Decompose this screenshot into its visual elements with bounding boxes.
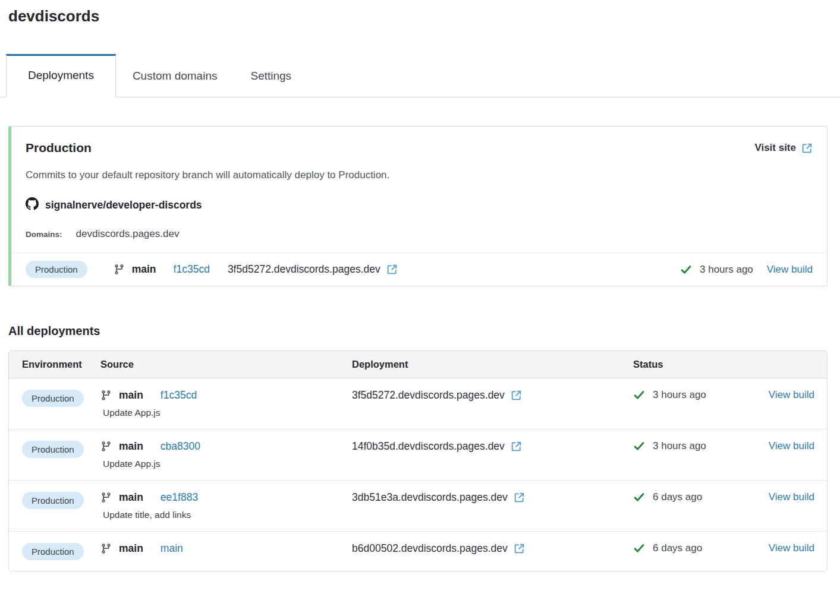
view-build-link[interactable]: View build <box>769 389 814 400</box>
pages-project-page: devdiscords Deployments Custom domains S… <box>0 0 840 571</box>
environment-badge: Production <box>22 390 84 407</box>
commit-message: Update App.js <box>103 407 352 418</box>
branch-name: main <box>119 542 143 555</box>
deployment-row: Production main ee1f883 Update title, ad… <box>9 480 827 531</box>
environment-badge: Production <box>22 441 84 458</box>
page-title: devdiscords <box>8 7 840 26</box>
view-build-link[interactable]: View build <box>769 491 814 503</box>
deployment-url: 14f0b35d.devdiscords.pages.dev <box>352 440 505 453</box>
deployment-url: 3db51e3a.devdiscords.pages.dev <box>352 491 508 504</box>
commit-link[interactable]: f1c35cd <box>174 263 210 276</box>
production-card-title: Production <box>26 141 92 155</box>
success-check-icon <box>633 542 645 554</box>
all-deployments-title: All deployments <box>8 324 840 338</box>
column-header-source: Source <box>100 359 352 370</box>
external-link-icon[interactable] <box>511 441 522 452</box>
external-link-icon[interactable] <box>514 492 525 503</box>
git-branch-icon <box>100 543 112 554</box>
commit-link[interactable]: f1c35cd <box>161 389 197 402</box>
deployment-time: 6 days ago <box>653 491 702 503</box>
tab-bar: Deployments Custom domains Settings <box>0 53 840 97</box>
view-build-link[interactable]: View build <box>767 264 813 276</box>
success-check-icon <box>680 264 692 276</box>
deployment-time: 3 hours ago <box>653 440 706 452</box>
deployments-table: Environment Source Deployment Status Pro… <box>8 350 828 571</box>
branch-name: main <box>119 491 143 504</box>
production-description: Commits to your default repository branc… <box>26 169 813 181</box>
view-build-link[interactable]: View build <box>769 542 814 554</box>
external-link-icon[interactable] <box>511 390 522 401</box>
environment-badge: Production <box>22 492 84 509</box>
deployment-row: Production main main b6d00502.devdiscord… <box>9 531 827 571</box>
column-header-deployment: Deployment <box>352 359 625 370</box>
success-check-icon <box>633 389 645 401</box>
external-link-icon <box>801 143 813 154</box>
external-link-icon[interactable] <box>514 543 525 554</box>
deployment-row: Production main cba8300 Update App.js 14… <box>9 429 827 480</box>
environment-badge: Production <box>22 543 84 560</box>
deployment-time: 3 hours ago <box>653 389 706 401</box>
github-icon <box>26 197 39 213</box>
tab-settings[interactable]: Settings <box>234 55 308 97</box>
view-build-link[interactable]: View build <box>769 440 814 451</box>
environment-badge: Production <box>26 261 87 278</box>
domains-value: devdiscords.pages.dev <box>76 228 180 240</box>
deployment-url: b6d00502.devdiscords.pages.dev <box>352 542 508 555</box>
commit-link[interactable]: cba8300 <box>161 440 200 453</box>
visit-site-link[interactable]: Visit site <box>754 142 813 154</box>
success-check-icon <box>633 440 645 452</box>
branch-name: main <box>132 263 156 276</box>
success-check-icon <box>633 491 645 503</box>
deployment-url: 3f5d5272.devdiscords.pages.dev <box>352 389 505 402</box>
repo-name: signalnerve/developer-discords <box>45 199 202 211</box>
deployment-time: 6 days ago <box>653 542 702 554</box>
domains-label: Domains: <box>26 230 62 239</box>
deployments-table-header: Environment Source Deployment Status <box>9 351 827 378</box>
tab-custom-domains[interactable]: Custom domains <box>116 55 234 97</box>
external-link-icon[interactable] <box>386 264 398 275</box>
git-branch-icon <box>100 492 112 503</box>
deployments-table-body: Production main f1c35cd Update App.js 3f… <box>9 378 827 571</box>
column-header-environment: Environment <box>22 359 100 370</box>
commit-message: Update title, add links <box>103 510 352 520</box>
column-header-status: Status <box>625 359 814 370</box>
deployment-time: 3 hours ago <box>700 264 753 276</box>
git-branch-icon <box>100 441 112 452</box>
commit-message: Update App.js <box>103 459 352 469</box>
commit-link[interactable]: main <box>161 542 183 555</box>
git-branch-icon <box>100 390 112 401</box>
branch-name: main <box>119 389 143 402</box>
git-branch-icon <box>114 264 125 275</box>
deployment-row: Production main f1c35cd Update App.js 3f… <box>9 378 827 429</box>
tab-deployments[interactable]: Deployments <box>6 54 116 97</box>
commit-link[interactable]: ee1f883 <box>161 491 198 504</box>
production-card: Production Visit site Commits to your de… <box>8 126 828 286</box>
deployment-url: 3f5d5272.devdiscords.pages.dev <box>228 263 380 276</box>
latest-deployment-row: Production main f1c35cd 3f5d5272.devdisc… <box>11 252 827 286</box>
visit-site-label: Visit site <box>754 142 796 154</box>
branch-name: main <box>119 440 143 453</box>
